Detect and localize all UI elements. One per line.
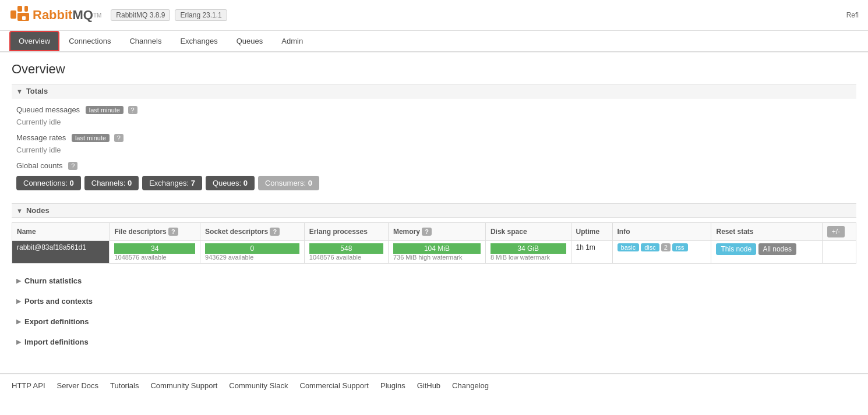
col-name: Name: [12, 223, 110, 241]
table-row: rabbit@83af18a561d1 34 1048576 available…: [12, 241, 856, 264]
node-name: rabbit@83af18a561d1: [12, 241, 110, 264]
footer-http-api[interactable]: HTTP API: [12, 381, 45, 390]
footer: HTTP API Server Docs Tutorials Community…: [0, 373, 868, 397]
main-content: Overview ▼ Totals Queued messages last m…: [0, 52, 868, 364]
nodes-title: Nodes: [26, 206, 50, 215]
rabbitmq-version: RabbitMQ 3.8.9: [111, 9, 170, 21]
footer-community-support[interactable]: Community Support: [150, 381, 217, 390]
disk-bar: 34 GiB: [491, 243, 566, 254]
ports-title: Ports and contexts: [24, 297, 93, 306]
churn-stats-header[interactable]: ▶ Churn statistics: [12, 273, 856, 289]
badge-num: 2: [661, 243, 671, 251]
erlang-bar: 548: [309, 243, 383, 254]
logo-icon: [9, 5, 30, 26]
nodes-section: ▼ Nodes Name File descriptors ? Socket d…: [12, 203, 856, 264]
disk-sub: 8 MiB low watermark: [491, 254, 566, 261]
consumers-label: Consumers:: [265, 179, 306, 187]
nodes-header[interactable]: ▼ Nodes: [12, 203, 856, 218]
import-section: ▶ Import definitions: [12, 334, 856, 350]
badge-disc[interactable]: disc: [641, 243, 659, 251]
nav: Overview Connections Channels Exchanges …: [0, 31, 868, 52]
consumers-count-btn[interactable]: Consumers: 0: [258, 176, 319, 190]
badge-basic[interactable]: basic: [618, 243, 640, 251]
col-uptime: Uptime: [571, 223, 612, 241]
totals-header[interactable]: ▼ Totals: [12, 84, 856, 98]
file-desc-question[interactable]: ?: [168, 228, 178, 236]
import-arrow: ▶: [16, 338, 21, 346]
ports-section: ▶ Ports and contexts: [12, 293, 856, 309]
totals-arrow: ▼: [16, 88, 23, 95]
all-nodes-btn[interactable]: All nodes: [758, 243, 796, 255]
svg-rect-3: [24, 6, 28, 12]
col-disk: Disk space: [485, 223, 571, 241]
memory-question[interactable]: ?: [422, 228, 432, 236]
import-header[interactable]: ▶ Import definitions: [12, 334, 856, 350]
socket-desc-bar: 0: [205, 243, 299, 254]
nav-connections[interactable]: Connections: [59, 31, 120, 51]
nodes-arrow: ▼: [16, 207, 23, 214]
footer-github[interactable]: GitHub: [417, 381, 440, 390]
footer-community-slack[interactable]: Community Slack: [229, 381, 288, 390]
socket-desc-avail: 943629 available: [205, 254, 299, 261]
exchanges-label: Exchanges:: [149, 179, 189, 187]
logo-rabbit: Rabbit: [33, 8, 72, 23]
queues-count-btn[interactable]: Queues: 0: [206, 176, 255, 190]
this-node-btn[interactable]: This node: [716, 243, 756, 255]
queued-messages-label: Queued messages: [16, 105, 80, 114]
page-title: Overview: [12, 62, 856, 77]
ports-header[interactable]: ▶ Ports and contexts: [12, 293, 856, 309]
logo-tm: TM: [93, 12, 101, 19]
message-rates-row: Message rates last minute ?: [12, 131, 856, 144]
logo-mq: MQ: [72, 8, 93, 23]
export-section: ▶ Export definitions: [12, 314, 856, 329]
col-erlang: Erlang processes: [304, 223, 388, 241]
connections-label: Connections:: [23, 179, 68, 187]
footer-plugins[interactable]: Plugins: [380, 381, 405, 390]
channels-label: Channels:: [91, 179, 126, 187]
header: RabbitMQTM RabbitMQ 3.8.9 Erlang 23.1.1 …: [0, 0, 868, 31]
plus-minus-btn[interactable]: +/-: [827, 226, 845, 237]
exchanges-count-btn[interactable]: Exchanges: 7: [142, 176, 202, 190]
ports-arrow: ▶: [16, 297, 21, 305]
disk-cell: 34 GiB 8 MiB low watermark: [485, 241, 571, 264]
file-desc-cell: 34 1048576 available: [110, 241, 200, 264]
badge-rss[interactable]: rss: [672, 243, 688, 251]
connections-count-btn[interactable]: Connections: 0: [16, 176, 81, 190]
footer-commercial-support[interactable]: Commercial Support: [300, 381, 369, 390]
totals-section: ▼ Totals Queued messages last minute ? C…: [12, 84, 856, 194]
churn-title: Churn statistics: [24, 276, 82, 285]
nav-queues[interactable]: Queues: [227, 31, 273, 51]
channels-count-btn[interactable]: Channels: 0: [84, 176, 139, 190]
col-info: Info: [612, 223, 711, 241]
footer-changelog[interactable]: Changelog: [452, 381, 489, 390]
export-header[interactable]: ▶ Export definitions: [12, 314, 856, 329]
global-counts-label-row: Global counts ?: [12, 159, 856, 172]
file-desc-bar: 34: [114, 243, 195, 254]
info-cell: basic disc 2 rss: [612, 241, 711, 264]
socket-desc-question[interactable]: ?: [270, 228, 280, 236]
col-socket-desc: Socket descriptors ?: [200, 223, 305, 241]
col-reset: Reset stats: [711, 223, 822, 241]
nav-admin[interactable]: Admin: [272, 31, 312, 51]
col-plus-minus[interactable]: +/-: [822, 223, 856, 241]
footer-server-docs[interactable]: Server Docs: [57, 381, 99, 390]
message-rates-badge[interactable]: last minute: [72, 134, 110, 142]
global-question[interactable]: ?: [68, 162, 77, 170]
nav-overview[interactable]: Overview: [9, 31, 59, 51]
memory-bar: 104 MiB: [393, 243, 481, 254]
queued-idle: Currently idle: [12, 116, 856, 127]
footer-tutorials[interactable]: Tutorials: [110, 381, 139, 390]
queued-question-badge[interactable]: ?: [128, 106, 137, 114]
nav-channels[interactable]: Channels: [120, 31, 171, 51]
svg-rect-0: [10, 10, 16, 19]
reset-cell: This node All nodes: [711, 241, 822, 264]
global-counts-label: Global counts: [16, 161, 63, 170]
queues-value: 0: [244, 179, 248, 187]
exchanges-value: 7: [191, 179, 195, 187]
nav-exchanges[interactable]: Exchanges: [171, 31, 227, 51]
expand-cell: [822, 241, 856, 264]
message-rates-question[interactable]: ?: [114, 134, 124, 142]
info-badges: basic disc 2 rss: [618, 243, 707, 251]
last-minute-badge[interactable]: last minute: [86, 106, 124, 114]
connections-value: 0: [70, 179, 74, 187]
